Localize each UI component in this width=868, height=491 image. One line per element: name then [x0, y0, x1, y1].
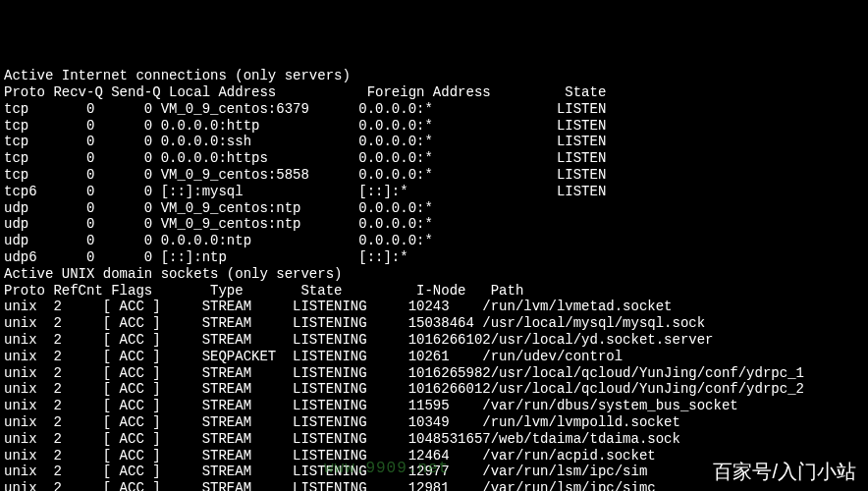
- terminal-output: Active Internet connections (only server…: [4, 68, 864, 491]
- watermark-credit: 百家号/入门小站: [713, 460, 856, 483]
- watermark-url: www.9909.net: [324, 460, 449, 478]
